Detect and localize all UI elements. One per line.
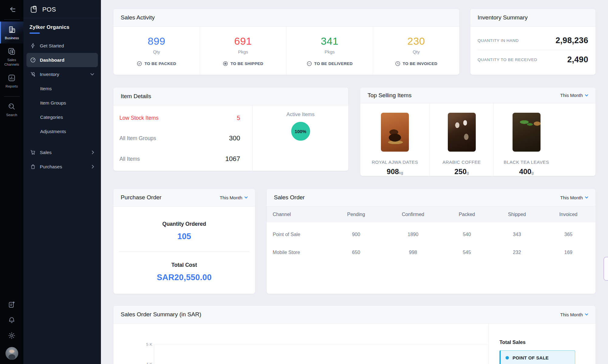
sidebar-item-purchases[interactable]: Purchases: [26, 160, 98, 174]
chevron-right-icon: [92, 165, 94, 169]
value-cell: 545: [441, 242, 493, 263]
chevron-down-icon: [585, 196, 588, 199]
icon-rail: Business Sales Channels Reports Search: [0, 0, 23, 364]
column-header: Pending: [327, 207, 385, 222]
active-items-label: Active Items: [286, 112, 315, 118]
metric-to-be-shipped: 691 Pkgs TO BE SHIPPED: [200, 27, 287, 75]
sidebar-item-adjustments[interactable]: Adjustments: [26, 124, 98, 139]
value-cell: 998: [385, 242, 441, 263]
product-name: ARABIC COFFEE: [442, 160, 481, 165]
notifications-bell-icon[interactable]: [8, 316, 16, 324]
period-label: This Month: [560, 195, 583, 200]
sidebar-item-dashboard[interactable]: Dashboard: [26, 53, 98, 67]
inventory-summary-card: Inventory Summary QUANTITY IN HAND 2,98,…: [470, 9, 596, 75]
invoiced-clock-circle-icon: [395, 61, 400, 66]
value-cell: 232: [493, 242, 541, 263]
top-selling-period-dropdown[interactable]: This Month: [560, 93, 588, 98]
sidebar-item-label: Inventory: [40, 72, 59, 77]
total-sales-panel: Total Sales POINT OF SALE SAR0.00: [489, 324, 596, 364]
inventory-row-value: 2,98,236: [556, 36, 589, 45]
user-avatar[interactable]: [5, 347, 18, 360]
legend-dot: [506, 356, 509, 359]
metric-unit: Pkgs: [238, 49, 248, 54]
chevron-right-icon: [92, 150, 94, 154]
sidebar: POS Zylker Organics Get Started Dashboar…: [23, 0, 101, 364]
cart-icon: [30, 149, 36, 155]
channel-cell: Mobile Store: [267, 242, 327, 263]
y-axis-line: [154, 345, 154, 364]
metric-unit: Pkgs: [325, 49, 335, 54]
rail-item-label: Reports: [5, 84, 18, 88]
metric-status-label: TO BE DELIVERED: [314, 61, 353, 66]
sales-order-table: Channel Pending Confirmed Packed Shipped…: [267, 207, 596, 263]
inventory-row-value: 2,490: [567, 55, 588, 64]
table-row[interactable]: Mobile Store 650 998 545 232 169: [267, 242, 596, 263]
quantity-ordered-value: 105: [177, 232, 191, 241]
chevron-down-icon: [90, 73, 94, 76]
sidebar-item-label: Adjustments: [40, 129, 66, 134]
sidebar-item-items[interactable]: Items: [26, 81, 98, 96]
table-row[interactable]: Point of Sale 900 1890 540 343 365: [267, 222, 596, 242]
metric-status-label: TO BE PACKED: [144, 61, 176, 66]
period-label: This Month: [560, 312, 583, 317]
rail-item-business[interactable]: Business: [0, 22, 23, 43]
metric-value: 691: [234, 35, 252, 47]
sidebar-item-get-started[interactable]: Get Started: [26, 39, 98, 53]
legend-label: POINT OF SALE: [513, 355, 549, 360]
lightning-icon: [30, 43, 36, 49]
product-unit: g: [467, 170, 469, 175]
inventory-summary-title: Inventory Summary: [478, 14, 528, 21]
metric-to-be-invoiced: 230 Qty TO BE INVOICED: [373, 27, 459, 75]
item-detail-label: All Items: [119, 156, 140, 162]
item-detail-value: 300: [229, 134, 240, 142]
delivered-dots-circle-icon: [307, 61, 312, 66]
organization-block[interactable]: Zylker Organics: [23, 18, 101, 34]
sidebar-item-item-groups[interactable]: Item Groups: [26, 96, 98, 110]
legend-point-of-sale[interactable]: POINT OF SALE SAR0.00: [499, 350, 575, 364]
shipped-circle-icon: [223, 61, 228, 66]
dashboard-main: Sales Activity 899 Qty TO BE PACKED 691 …: [101, 0, 608, 364]
active-items-percentage: 100%: [295, 129, 306, 134]
item-detail-value: 5: [237, 115, 240, 122]
value-cell: 343: [493, 222, 541, 242]
product-image-tea: [513, 113, 541, 152]
packed-check-circle-icon: [137, 61, 142, 66]
sales-order-period-dropdown[interactable]: This Month: [560, 195, 588, 200]
low-stock-items-row[interactable]: Low Stock Items 5: [119, 115, 240, 122]
edge-floating-widget[interactable]: [603, 257, 608, 281]
sidebar-item-label: Get Started: [40, 43, 64, 49]
top-selling-item[interactable]: BLACK TEA LEAVES 400g: [494, 103, 559, 176]
value-cell: 900: [327, 222, 385, 242]
rail-item-label: Search: [6, 113, 17, 117]
rail-item-reports[interactable]: Reports: [0, 70, 23, 92]
value-cell: 169: [541, 242, 596, 263]
period-label: This Month: [220, 195, 242, 200]
search-icon: [8, 102, 16, 111]
sales-summary-period-dropdown[interactable]: This Month: [560, 312, 588, 317]
reports-icon: [8, 74, 16, 82]
column-header: Channel: [267, 207, 327, 222]
app-brand: POS: [23, 0, 101, 18]
sidebar-item-sales[interactable]: Sales: [26, 145, 98, 160]
purchase-order-period-dropdown[interactable]: This Month: [220, 195, 248, 200]
metric-unit: Qty: [153, 49, 160, 54]
chevron-down-icon: [585, 94, 588, 97]
app-name: POS: [42, 6, 56, 13]
divider: [119, 251, 250, 252]
metric-status-label: TO BE SHIPPED: [230, 61, 263, 66]
item-details-card: Item Details Low Stock Items 5 All Item …: [113, 87, 349, 171]
sidebar-item-inventory[interactable]: Inventory: [26, 67, 98, 81]
purchase-order-card: Purchase Order This Month Quantity Order…: [113, 188, 255, 294]
rail-item-search[interactable]: Search: [0, 98, 23, 120]
top-selling-item[interactable]: ARABIC COFFEE 250g: [430, 103, 494, 176]
new-document-icon[interactable]: [8, 301, 16, 308]
settings-gear-icon[interactable]: [8, 332, 16, 339]
all-item-groups-row[interactable]: All Item Groups 300: [119, 134, 240, 142]
sidebar-item-categories[interactable]: Categories: [26, 110, 98, 124]
purchase-order-title: Purchase Order: [121, 194, 161, 201]
gridline: [154, 345, 488, 345]
all-items-row[interactable]: All Items 1067: [119, 155, 240, 163]
top-selling-item[interactable]: ROYAL AJWA DATES 908kg: [360, 103, 430, 176]
rail-item-sales-channels[interactable]: Sales Channels: [0, 43, 23, 70]
collapse-sidebar-icon[interactable]: [8, 6, 16, 15]
